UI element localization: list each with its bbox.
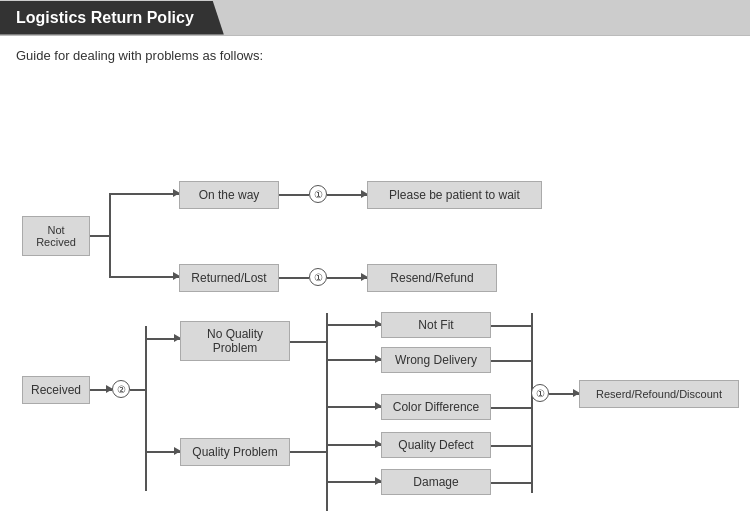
flowchart: Not Recived On the way ① Please be patie…	[16, 81, 736, 501]
damage-box: Damage	[381, 469, 491, 495]
page-title: Logistics Return Policy	[0, 1, 224, 35]
guide-text: Guide for dealing with problems as follo…	[16, 48, 734, 63]
received-box: Received	[22, 376, 90, 404]
quality-defect-box: Quality Defect	[381, 432, 491, 458]
line-c2-branch	[130, 389, 146, 391]
reserd-refound-box: Reserd/Refound/Discount	[579, 380, 739, 408]
rline-wrong	[491, 360, 531, 362]
resend-refund-box: Resend/Refund	[367, 264, 497, 292]
content-area: Guide for dealing with problems as follo…	[0, 36, 750, 511]
arr-wrongdelivery	[326, 359, 381, 361]
line-returned-c1	[279, 277, 309, 279]
arr-colordiff	[326, 406, 381, 408]
quality-problem-box: Quality Problem	[180, 438, 290, 466]
rline-damage	[491, 482, 531, 484]
on-the-way-box: On the way	[179, 181, 279, 209]
arr-qualitydefect	[326, 444, 381, 446]
not-fit-box: Not Fit	[381, 312, 491, 338]
arr-received-c2	[90, 389, 112, 391]
branch-v-top	[109, 193, 111, 277]
not-received-box: Not Recived	[22, 216, 90, 256]
arr-returned	[109, 276, 179, 278]
circle1-bottom: ①	[531, 384, 549, 402]
line-onway-c1	[279, 194, 309, 196]
line-qp-bracket	[290, 451, 326, 453]
arr-onway	[109, 193, 179, 195]
rline-qdefect	[491, 445, 531, 447]
wrong-delivery-box: Wrong Delivery	[381, 347, 491, 373]
arr-patient	[327, 194, 367, 196]
right-bracket-v	[531, 313, 533, 493]
arr-notfit	[326, 324, 381, 326]
rline-color	[491, 407, 531, 409]
arr-to-noq	[145, 338, 180, 340]
arr-damage	[326, 481, 381, 483]
circle1-top: ①	[309, 185, 327, 203]
arr-to-reserd	[549, 393, 579, 395]
circle1-mid: ①	[309, 268, 327, 286]
rline-notfit	[491, 325, 531, 327]
please-patient-box: Please be patient to wait	[367, 181, 542, 209]
branch-v-bottom	[145, 326, 147, 491]
color-difference-box: Color Difference	[381, 394, 491, 420]
arr-to-qp	[145, 451, 180, 453]
line-noq-bracket	[290, 341, 326, 343]
arrow-nr-branch	[90, 235, 110, 237]
header-bar: Logistics Return Policy	[0, 0, 750, 36]
arr-resend	[327, 277, 367, 279]
returned-lost-box: Returned/Lost	[179, 264, 279, 292]
circle2: ②	[112, 380, 130, 398]
no-quality-box: No Quality Problem	[180, 321, 290, 361]
